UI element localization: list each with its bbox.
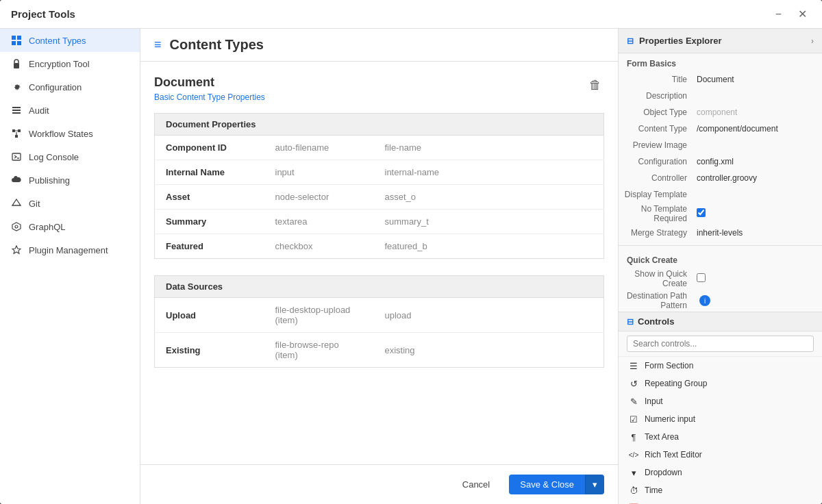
svg-rect-5 — [12, 107, 21, 108]
sidebar-label-workflow-states: Workflow States — [29, 129, 93, 139]
prop-label-component-id: Component ID — [155, 136, 264, 160]
prop-value-configuration: config.xml — [694, 155, 822, 168]
sidebar-item-audit[interactable]: Audit — [0, 99, 140, 122]
minimize-button[interactable]: − — [771, 8, 786, 21]
control-item-time[interactable]: ⏱ Time — [619, 481, 822, 499]
save-close-button[interactable]: Save & Close — [509, 475, 585, 494]
sidebar-item-git[interactable]: Git — [0, 192, 140, 215]
prop-type-component-id: auto-filename — [264, 136, 374, 160]
terminal-icon — [11, 151, 22, 162]
no-template-checkbox[interactable] — [697, 208, 706, 217]
modal-controls: − ✕ — [771, 8, 811, 21]
control-label-dropdown: Dropdown — [645, 468, 682, 477]
control-item-text-area[interactable]: ¶ Text Area — [619, 428, 822, 446]
prop-label-dest-path: Destination Path Pattern — [619, 291, 694, 310]
prop-label-preview-image: Preview Image — [619, 140, 694, 150]
sidebar-item-plugin-management[interactable]: Plugin Management — [0, 238, 140, 262]
properties-explorer-title: Properties Explorer — [639, 36, 722, 46]
control-item-dropdown[interactable]: ▾ Dropdown — [619, 464, 822, 481]
content-title: Content Types — [170, 37, 264, 53]
cancel-button[interactable]: Cancel — [451, 475, 501, 494]
prop-label-asset: Asset — [155, 185, 264, 210]
properties-section-header: Document Properties — [154, 113, 604, 135]
controls-title: Controls — [638, 316, 674, 327]
table-row: Summary textarea summary_t — [155, 210, 604, 234]
svg-rect-9 — [18, 129, 21, 132]
controls-header: ⊟ Controls — [619, 312, 822, 331]
prop-row-content-type: Content Type /component/document — [619, 121, 822, 137]
sidebar-item-workflow-states[interactable]: Workflow States — [0, 122, 140, 145]
prop-row-no-template: No Template Required — [619, 203, 822, 225]
control-item-date-time[interactable]: 📅 Date / Time — [619, 499, 822, 504]
control-item-form-section[interactable]: ☰ Form Section — [619, 357, 822, 375]
delete-button[interactable]: 🗑 — [586, 75, 604, 95]
sidebar-item-graphql[interactable]: GraphQL — [0, 215, 140, 238]
prop-value-title: Document — [694, 73, 822, 86]
sidebar-label-graphql: GraphQL — [29, 222, 65, 232]
control-label-numeric-input: Numeric input — [645, 414, 695, 424]
svg-marker-18 — [12, 246, 21, 253]
table-row: Existing file-browse-repo (item) existin… — [155, 333, 604, 368]
expand-arrow-icon[interactable]: › — [811, 36, 814, 46]
sidebar-item-publishing[interactable]: Publishing — [0, 168, 140, 192]
collapse-icon[interactable]: ⊟ — [627, 36, 634, 46]
table-row: Internal Name input internal-name — [155, 160, 604, 185]
sidebar-item-encryption-tool[interactable]: Encryption Tool — [0, 52, 140, 75]
form-section-icon: ☰ — [628, 360, 639, 371]
controls-collapse-icon[interactable]: ⊟ — [627, 317, 634, 327]
prop-row-object-type: Object Type component — [619, 104, 822, 121]
plugin-icon — [11, 244, 22, 255]
prop-value-description — [694, 94, 822, 97]
prop-value-summary: summary_t — [374, 210, 604, 234]
svg-marker-16 — [12, 223, 21, 231]
lock-icon — [11, 58, 22, 69]
sidebar-item-content-types[interactable]: Content Types — [0, 29, 140, 52]
right-panel: ⊟ Properties Explorer › Form Basics Titl… — [618, 29, 822, 504]
audit-icon — [11, 105, 22, 116]
prop-value-content-type: /component/document — [694, 123, 822, 135]
save-dropdown-button[interactable]: ▾ — [585, 475, 604, 494]
prop-row-display-template: Display Template — [619, 186, 822, 203]
prop-value-controller: controller.groovy — [694, 172, 822, 184]
control-item-repeating-group[interactable]: ↺ Repeating Group — [619, 375, 822, 392]
prop-label-merge-strategy: Merge Strategy — [619, 228, 694, 238]
control-item-input[interactable]: ✎ Input — [619, 392, 822, 410]
content-header: ≡ Content Types — [140, 29, 618, 62]
prop-label-configuration: Configuration — [619, 157, 694, 166]
sidebar-item-configuration[interactable]: Configuration — [0, 75, 140, 99]
prop-row-controller: Controller controller.groovy — [619, 170, 822, 186]
prop-label-show-quick-create: Show in Quick Create — [619, 269, 694, 288]
sidebar-item-log-console[interactable]: Log Console — [0, 145, 140, 168]
save-button-group: Save & Close ▾ — [509, 475, 604, 494]
control-item-numeric-input[interactable]: ☑ Numeric input — [619, 410, 822, 428]
document-subtitle[interactable]: Basic Content Type Properties — [154, 92, 265, 102]
menu-icon[interactable]: ≡ — [154, 38, 162, 52]
svg-rect-7 — [12, 112, 21, 114]
sidebar-label-plugin-management: Plugin Management — [29, 245, 108, 255]
prop-row-show-quick-create: Show in Quick Create — [619, 268, 822, 290]
settings-icon — [11, 81, 22, 92]
prop-row-preview-image: Preview Image — [619, 137, 822, 153]
table-row: Asset node-selector asset_o — [155, 185, 604, 210]
control-label-rich-text-editor: Rich Text Editor — [645, 450, 702, 459]
search-controls-area — [619, 331, 822, 357]
control-label-input: Input — [645, 396, 663, 406]
prop-row-description: Description — [619, 88, 822, 104]
footer: Cancel Save & Close ▾ — [140, 464, 618, 504]
prop-value-merge-strategy: inherit-levels — [694, 227, 822, 239]
ds-type-upload: file-desktop-upload (item) — [264, 298, 374, 333]
ds-value-existing: existing — [374, 333, 604, 368]
search-controls-input[interactable] — [627, 336, 814, 352]
control-item-rich-text-editor[interactable]: </> Rich Text Editor — [619, 446, 822, 464]
prop-label-content-type: Content Type — [619, 124, 694, 134]
prop-value-show-quick-create — [694, 272, 822, 286]
prop-label-display-template: Display Template — [619, 190, 694, 199]
form-basics-title: Form Basics — [619, 53, 822, 71]
quick-create-title: Quick Create — [619, 250, 822, 268]
modal-header: Project Tools − ✕ — [0, 0, 822, 29]
close-button[interactable]: ✕ — [794, 8, 811, 21]
quick-create-checkbox[interactable] — [697, 273, 706, 282]
project-tools-modal: Project Tools − ✕ Content Types — [0, 0, 822, 504]
info-icon[interactable]: i — [699, 295, 710, 306]
document-header: Document Basic Content Type Properties 🗑 — [154, 75, 604, 113]
